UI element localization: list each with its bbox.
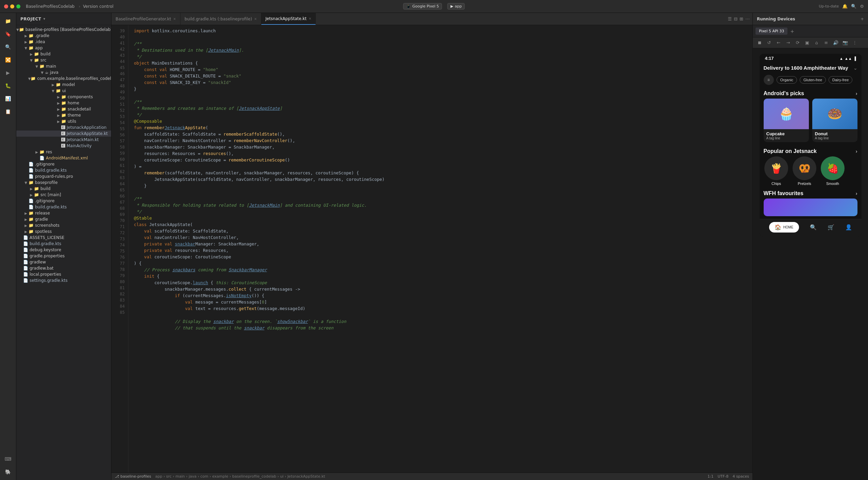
code-editor[interactable]: import kotlinx.coroutines.launch /** * D… — [128, 25, 752, 473]
popular-pretzels[interactable]: 🥨 Pretzels — [792, 156, 817, 186]
tab-close-icon[interactable]: × — [254, 17, 257, 21]
tree-item-screenshots[interactable]: ▶ 📁 screenshots — [16, 222, 111, 228]
filter-dairy-free[interactable]: Dairy-free — [829, 76, 852, 84]
tab-close-icon[interactable]: × — [173, 17, 176, 21]
filter-icon[interactable]: ≡ — [764, 75, 774, 85]
maximize-button[interactable] — [16, 4, 20, 8]
tree-item-spotless[interactable]: ▶ 📁 spotless — [16, 228, 111, 235]
popular-smooth[interactable]: 🍓 Smooth — [820, 156, 846, 186]
terminal-icon[interactable]: ⌨️ — [2, 453, 14, 464]
tree-item-com-example[interactable]: ▼ 📁 com.example.baselineprofiles_codel — [16, 75, 111, 82]
tree-item-bp-src[interactable]: ▶ 📁 src [main] — [16, 192, 111, 198]
filter-organic[interactable]: Organic — [777, 76, 797, 84]
forward-icon[interactable]: → — [784, 39, 792, 47]
rerun-icon[interactable]: ↺ — [765, 39, 773, 47]
tree-item-jetsnack-main[interactable]: ▶ 🅺 JetsnackMain.kt — [16, 137, 111, 143]
tree-item-java[interactable]: ▼ ☕ java — [16, 69, 111, 75]
tree-item-main[interactable]: ▼ 📁 main — [16, 63, 111, 69]
tree-item-build[interactable]: ▶ 📁 build — [16, 51, 111, 57]
profiler-icon[interactable]: 📊 — [2, 93, 14, 104]
delivery-chevron-icon[interactable]: ⌄ — [853, 65, 857, 71]
tree-item-baseprofile[interactable]: ▼ 📁 baseprofile — [16, 179, 111, 186]
volume-icon[interactable]: 🔊 — [832, 39, 840, 47]
tree-item-ui[interactable]: ▼ 📁 ui — [16, 88, 111, 94]
donut-card[interactable]: 🍩 Donut A tag line — [812, 99, 857, 142]
traffic-lights[interactable] — [4, 4, 20, 8]
run-icon[interactable]: ▶ — [2, 67, 14, 78]
nav-search[interactable]: 🔍 — [810, 224, 817, 230]
split-vert-icon[interactable]: ⊞ — [740, 16, 743, 21]
tree-item-assets-license[interactable]: 📄 ASSETS_LICENSE — [16, 235, 111, 241]
tree-item-gradle-props[interactable]: 📄 gradle.properties — [16, 253, 111, 259]
search-everywhere-icon[interactable]: 🔍 — [851, 4, 856, 9]
bookmarks-icon[interactable]: 🔖 — [2, 29, 14, 39]
git-branch[interactable]: ⎇ baseline-profiles — [115, 474, 151, 479]
layout-toggle-icon[interactable]: ☰ — [728, 16, 732, 21]
tree-item-bp-build[interactable]: ▶ 📁 build — [16, 186, 111, 192]
menu-icon[interactable]: ≡ — [822, 39, 830, 47]
home-nav-icon[interactable]: ⌂ — [813, 39, 821, 47]
project-icon[interactable]: 📁 — [2, 16, 14, 27]
nav-cart[interactable]: 🛒 — [828, 224, 834, 230]
tab-jetsnack-appstate[interactable]: JetsnackAppState.kt × — [261, 13, 316, 25]
tree-item-components[interactable]: ▶ 📁 components — [16, 94, 111, 100]
nav-home[interactable]: 🏠 HOME — [769, 222, 799, 233]
tree-item-root[interactable]: ▼ 📁 baseline-profiles [BaselineProfilesC… — [16, 27, 111, 33]
find-icon[interactable]: 🔍 — [2, 41, 14, 52]
tree-item-utils[interactable]: ▶ 📁 utils — [16, 118, 111, 124]
tree-item-gradlew-bat[interactable]: 📄 gradlew.bat — [16, 265, 111, 271]
debug-icon[interactable]: 🐛 — [2, 80, 14, 91]
tree-item-bp-gradle[interactable]: 📄 build.gradle.kts — [16, 204, 111, 210]
tree-item-theme[interactable]: ▶ 📁 theme — [16, 112, 111, 118]
tree-item-jetsnack-appstate[interactable]: ▶ 🅺 JetsnackAppState.kt — [16, 131, 111, 137]
tree-item-res[interactable]: ▶ 📁 res — [16, 149, 111, 155]
wfh-arrow-icon[interactable]: › — [856, 191, 857, 196]
more-icon[interactable]: ⋯ — [745, 16, 750, 21]
tree-item-gradle-dir[interactable]: ▶ 📁 gradle — [16, 216, 111, 222]
run-config-badge[interactable]: ▶ app — [448, 3, 465, 10]
tab-build-gradle[interactable]: build.gradle.kts (:baselineprofile) × — [180, 13, 261, 25]
settings-icon[interactable]: ⚙️ — [860, 4, 864, 9]
tree-item-release[interactable]: ▶ 📁 release — [16, 210, 111, 216]
tree-item-bp-gitignore[interactable]: 📄 .gitignore — [16, 198, 111, 204]
tab-close-icon[interactable]: × — [309, 17, 311, 20]
split-horiz-icon[interactable]: ⊟ — [734, 16, 737, 21]
wfh-item[interactable] — [764, 199, 857, 216]
tree-item-snackdetail[interactable]: ▶ 📁 snackdetail — [16, 106, 111, 112]
rotate-icon[interactable]: ⟳ — [794, 39, 802, 47]
gradle-icon[interactable]: 🐘 — [2, 466, 14, 477]
logcat-icon[interactable]: 📋 — [2, 106, 14, 117]
tree-item-gitignore[interactable]: ▶ 📄 .gitignore — [16, 161, 111, 167]
tree-item-model[interactable]: ▶ 📁 model — [16, 82, 111, 88]
tab-baseline-profile-gen[interactable]: BaselineProfileGenerator.kt × — [111, 13, 180, 25]
delivery-header[interactable]: Delivery to 1600 Amphitheater Way ⌄ — [760, 62, 862, 73]
tree-item-home[interactable]: ▶ 📁 home — [16, 100, 111, 106]
filter-gluten-free[interactable]: Gluten-free — [800, 76, 826, 84]
vcs-icon[interactable]: 🔀 — [2, 54, 14, 65]
back-icon[interactable]: ← — [775, 39, 783, 47]
minimize-button[interactable] — [10, 4, 14, 8]
rd-tab-pixel5[interactable]: Pixel 5 API 33 — [756, 28, 787, 35]
pixel-device-badge[interactable]: 📱 Google Pixel 5 — [403, 3, 442, 10]
tree-item-main-activity[interactable]: ▶ 🅺 MainActivity — [16, 143, 111, 149]
tree-item-manifest[interactable]: ▶ 📄 AndroidManifest.xml — [16, 155, 111, 161]
file-tree-content[interactable]: ▼ 📁 baseline-profiles [BaselineProfilesC… — [16, 25, 111, 480]
tree-item-jetsnack-app[interactable]: ▶ 🅺 JetsnackApplication — [16, 124, 111, 131]
tree-item-local-props[interactable]: 📄 local.properties — [16, 271, 111, 277]
tree-item-proguard[interactable]: ▶ 📄 proguard-rules.pro — [16, 173, 111, 179]
tree-item-build-gradle[interactable]: ▶ 📄 build.gradle.kts — [16, 167, 111, 173]
cupcake-card[interactable]: 🧁 Cupcake A tag line — [764, 99, 809, 142]
close-button[interactable] — [4, 4, 8, 8]
tree-item-idea[interactable]: ▶ 📁 .idea — [16, 39, 111, 45]
androids-picks-arrow-icon[interactable]: › — [856, 91, 857, 96]
popular-chips[interactable]: 🍟 Chips — [764, 156, 789, 186]
fold-icon[interactable]: ▣ — [803, 39, 811, 47]
camera-icon[interactable]: 📷 — [841, 39, 849, 47]
more-vert-icon[interactable]: ⋮ — [851, 39, 859, 47]
tree-item-settings-gradle[interactable]: 📄 settings.gradle.kts — [16, 277, 111, 284]
tree-item-debug-keystore[interactable]: 📄 debug.keystore — [16, 247, 111, 253]
tree-item-root-build-gradle[interactable]: 📄 build.gradle.kts — [16, 241, 111, 247]
tree-item-src[interactable]: ▼ 📁 src — [16, 57, 111, 63]
version-control-label[interactable]: Version control — [83, 4, 114, 9]
tree-item-gradle-hidden[interactable]: ▶ 📁 .gradle — [16, 33, 111, 39]
